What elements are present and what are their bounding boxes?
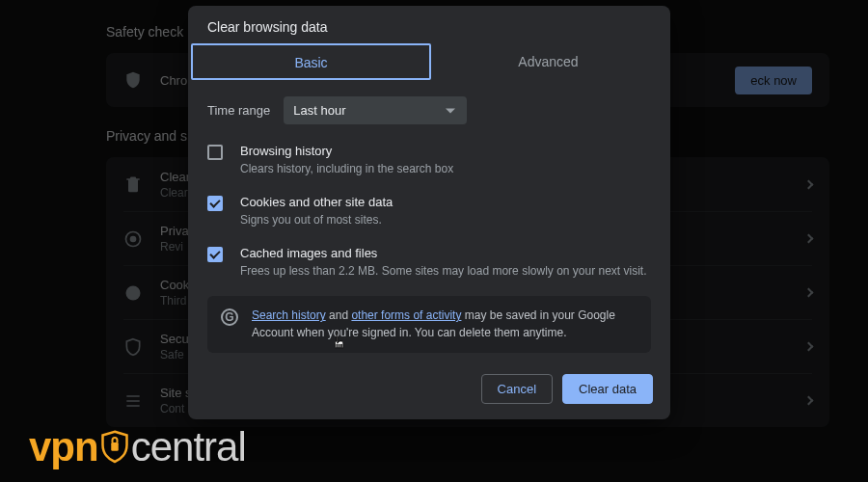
tab-advanced[interactable]: Advanced: [430, 44, 666, 79]
option-title: Cached images and files: [240, 246, 647, 260]
option-title: Cookies and other site data: [240, 195, 393, 209]
option-desc: Clears history, including in the search …: [240, 161, 453, 177]
google-icon: G: [221, 308, 238, 326]
tab-basic[interactable]: Basic: [191, 43, 431, 80]
option-title: Browsing history: [240, 144, 453, 158]
option-browsing-history: Browsing history Clears history, includi…: [207, 144, 651, 177]
option-desc: Signs you out of most sites.: [240, 212, 393, 228]
clear-browsing-data-dialog: Clear browsing data Basic Advanced Time …: [188, 6, 670, 419]
time-range-row: Time range Last hour: [207, 96, 651, 124]
checkbox-cached[interactable]: [207, 247, 223, 262]
search-history-link[interactable]: Search history: [252, 308, 326, 322]
time-range-label: Time range: [207, 103, 270, 118]
dialog-tabs: Basic Advanced: [188, 44, 670, 79]
dialog-title: Clear browsing data: [188, 6, 670, 44]
time-range-select[interactable]: Last hour: [284, 96, 467, 124]
time-range-value: Last hour: [293, 103, 345, 118]
option-cookies: Cookies and other site data Signs you ou…: [207, 195, 651, 228]
info-text: Search history and other forms of activi…: [252, 308, 637, 341]
checkbox-cookies[interactable]: [207, 196, 223, 211]
dialog-body: Time range Last hour Browsing history Cl…: [188, 79, 670, 362]
checkbox-browsing-history[interactable]: [207, 145, 223, 160]
google-account-info: G Search history and other forms of acti…: [207, 296, 651, 353]
cancel-button[interactable]: Cancel: [481, 374, 553, 404]
caret-down-icon: [446, 108, 455, 113]
dialog-actions: Cancel Clear data: [188, 362, 670, 419]
clear-data-button[interactable]: Clear data: [562, 374, 653, 404]
option-desc: Frees up less than 2.2 MB. Some sites ma…: [240, 263, 647, 280]
option-cached: Cached images and files Frees up less th…: [207, 246, 651, 280]
other-activity-link[interactable]: other forms of activity: [351, 308, 461, 322]
